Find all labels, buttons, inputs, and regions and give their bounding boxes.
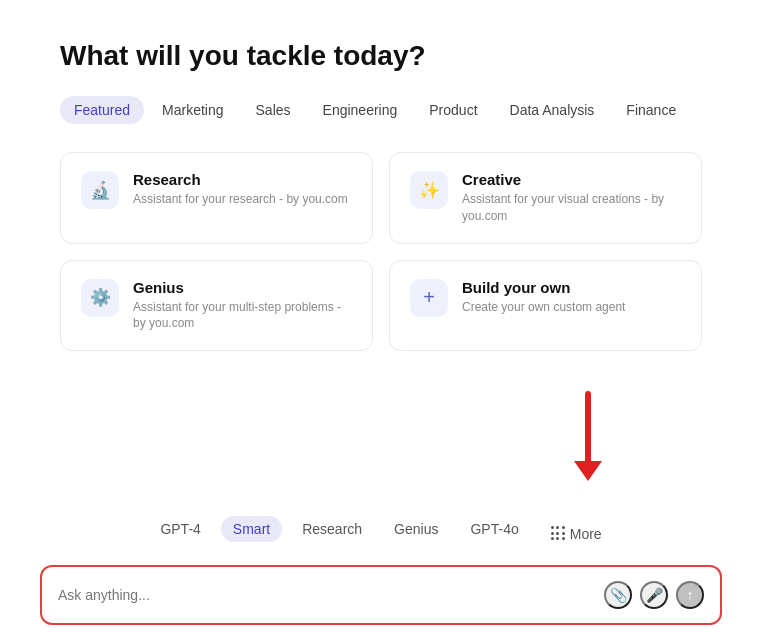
chat-input[interactable]: [58, 587, 594, 603]
card-desc-research: Assistant for your research - by you.com: [133, 191, 348, 208]
more-icon-wrap: More: [551, 526, 602, 542]
card-desc-creative: Assistant for your visual creations - by…: [462, 191, 681, 225]
card-title-genius: Genius: [133, 279, 352, 296]
input-area: 📎 🎤 ↑: [40, 565, 722, 625]
card-icon-build-your-own: +: [410, 279, 448, 317]
input-action-icons: 📎 🎤 ↑: [604, 581, 704, 609]
arrow-area: [0, 391, 762, 501]
card-genius[interactable]: ⚙️GeniusAssistant for your multi-step pr…: [60, 260, 373, 352]
tab-sales[interactable]: Sales: [242, 96, 305, 124]
card-creative[interactable]: ✨CreativeAssistant for your visual creat…: [389, 152, 702, 244]
page-title: What will you tackle today?: [60, 40, 702, 72]
card-title-research: Research: [133, 171, 348, 188]
tab-featured[interactable]: Featured: [60, 96, 144, 124]
card-content-creative: CreativeAssistant for your visual creati…: [462, 171, 681, 225]
card-desc-build-your-own: Create your own custom agent: [462, 299, 625, 316]
bottom-tab-research[interactable]: Research: [290, 516, 374, 542]
card-icon-genius: ⚙️: [81, 279, 119, 317]
grid-dots-icon: [551, 526, 566, 541]
tab-product[interactable]: Product: [415, 96, 491, 124]
bottom-tab-gpt4[interactable]: GPT-4: [148, 516, 212, 542]
tab-finance[interactable]: Finance: [612, 96, 690, 124]
microphone-button[interactable]: 🎤: [640, 581, 668, 609]
card-desc-genius: Assistant for your multi-step problems -…: [133, 299, 352, 333]
bottom-toolbar: GPT-4SmartResearchGeniusGPT-4o More: [0, 501, 762, 557]
red-arrow-indicator: [574, 391, 602, 481]
bottom-tab-genius[interactable]: Genius: [382, 516, 450, 542]
card-icon-creative: ✨: [410, 171, 448, 209]
bottom-tab-gpt4o[interactable]: GPT-4o: [458, 516, 530, 542]
card-content-research: ResearchAssistant for your research - by…: [133, 171, 348, 208]
tab-data-analysis[interactable]: Data Analysis: [496, 96, 609, 124]
bottom-tab-smart[interactable]: Smart: [221, 516, 282, 542]
cards-grid: 🔬ResearchAssistant for your research - b…: [60, 152, 702, 351]
card-research[interactable]: 🔬ResearchAssistant for your research - b…: [60, 152, 373, 244]
card-build-your-own[interactable]: +Build your ownCreate your own custom ag…: [389, 260, 702, 352]
tab-engineering[interactable]: Engineering: [309, 96, 412, 124]
category-tabs: FeaturedMarketingSalesEngineeringProduct…: [60, 96, 702, 124]
arrow-shaft: [585, 391, 591, 461]
bottom-tab-more[interactable]: More: [539, 511, 614, 547]
card-title-build-your-own: Build your own: [462, 279, 625, 296]
attachment-button[interactable]: 📎: [604, 581, 632, 609]
tab-marketing[interactable]: Marketing: [148, 96, 237, 124]
card-icon-research: 🔬: [81, 171, 119, 209]
card-title-creative: Creative: [462, 171, 681, 188]
card-content-genius: GeniusAssistant for your multi-step prob…: [133, 279, 352, 333]
arrow-head: [574, 461, 602, 481]
card-content-build-your-own: Build your ownCreate your own custom age…: [462, 279, 625, 316]
send-button[interactable]: ↑: [676, 581, 704, 609]
